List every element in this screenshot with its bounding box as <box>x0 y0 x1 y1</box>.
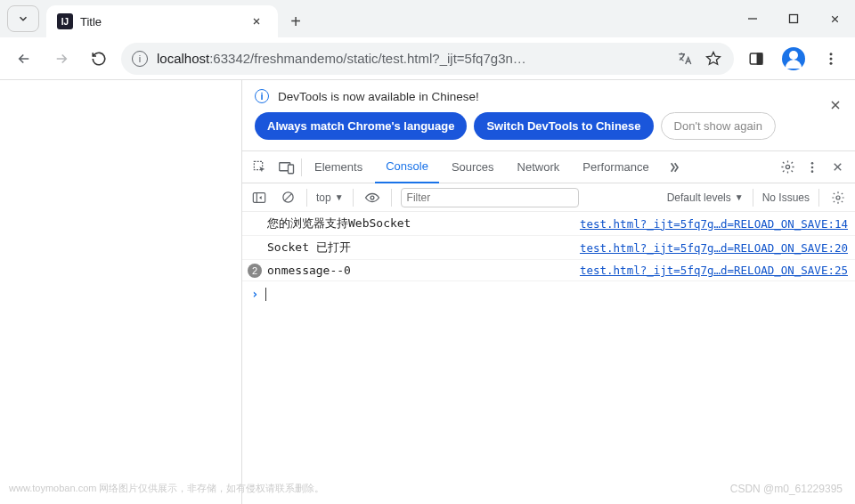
browser-tab[interactable]: IJ Title <box>46 5 278 37</box>
context-selector[interactable]: top ▼ <box>316 191 344 204</box>
window-controls <box>732 0 855 37</box>
translate-icon[interactable] <box>675 44 695 74</box>
banner-message: i DevTools is now available in Chinese! <box>255 89 843 103</box>
live-expression-icon[interactable] <box>362 188 382 207</box>
log-source-link[interactable]: test.html?_ijt=5fq7g…d=RELOAD_ON_SAVE:20 <box>580 241 848 255</box>
console-settings-icon[interactable] <box>828 188 848 207</box>
log-message: Socket 已打开 <box>267 240 580 256</box>
nav-forward-button[interactable] <box>46 44 77 74</box>
favicon-icon: IJ <box>57 13 73 29</box>
issues-label[interactable]: No Issues <box>762 191 810 204</box>
content-area: i DevTools is now available in Chinese! … <box>0 80 855 504</box>
log-message: onmessage--0 <box>267 264 580 277</box>
more-tabs-icon[interactable] <box>662 155 687 180</box>
new-tab-button[interactable]: + <box>285 11 306 32</box>
side-panel-icon[interactable] <box>741 44 771 74</box>
svg-point-9 <box>786 165 789 168</box>
filter-input[interactable] <box>401 188 579 207</box>
window-minimize-button[interactable] <box>732 0 773 37</box>
reload-button[interactable] <box>84 44 114 74</box>
banner-close-button[interactable] <box>828 98 843 112</box>
device-toolbar-icon[interactable] <box>274 155 299 180</box>
devtools-settings-icon[interactable] <box>775 155 800 180</box>
svg-rect-2 <box>758 53 762 64</box>
window-titlebar: IJ Title + <box>0 0 855 37</box>
svg-point-12 <box>811 170 814 173</box>
svg-point-16 <box>836 196 840 199</box>
svg-point-15 <box>370 196 374 199</box>
devtools-language-banner: i DevTools is now available in Chinese! … <box>242 80 855 151</box>
dismiss-banner-button[interactable]: Don't show again <box>661 112 776 140</box>
tab-sources[interactable]: Sources <box>441 151 505 183</box>
watermark-left: www.toymoban.com 网络图片仅供展示，非存储，如有侵权请联系删除。 <box>9 482 324 495</box>
switch-language-button[interactable]: Switch DevTools to Chinese <box>474 112 653 140</box>
page-viewport <box>0 80 242 504</box>
url-text: localhost:63342/freshmandemo/static/test… <box>157 51 666 66</box>
svg-point-4 <box>830 57 833 60</box>
tab-search-button[interactable] <box>7 5 39 32</box>
svg-point-11 <box>811 166 814 168</box>
toggle-sidebar-icon[interactable] <box>249 188 269 207</box>
devtools-close-icon[interactable] <box>825 155 850 180</box>
tab-title: Title <box>80 15 239 28</box>
svg-point-5 <box>830 61 833 64</box>
tab-elements[interactable]: Elements <box>304 151 373 183</box>
inspect-element-icon[interactable] <box>248 155 273 180</box>
console-toolbar: top ▼ Default levels ▼ No Issues <box>242 183 855 212</box>
log-row: 2 onmessage--0 test.html?_ijt=5fq7g…d=RE… <box>242 260 855 281</box>
tab-network[interactable]: Network <box>507 151 571 183</box>
log-message: 您的浏览器支持WebSocket <box>267 215 580 232</box>
nav-back-button[interactable] <box>9 44 39 74</box>
profile-button[interactable] <box>778 44 809 74</box>
repeat-count-badge: 2 <box>248 264 262 278</box>
watermark-right: CSDN @m0_61229395 <box>730 483 843 495</box>
log-row: 您的浏览器支持WebSocket test.html?_ijt=5fq7g…d=… <box>242 212 855 236</box>
devtools-panel: i DevTools is now available in Chinese! … <box>242 80 855 504</box>
tab-performance[interactable]: Performance <box>572 151 659 183</box>
chrome-menu-button[interactable] <box>816 44 846 74</box>
window-maximize-button[interactable] <box>773 0 814 37</box>
svg-point-3 <box>830 53 833 55</box>
bookmark-icon[interactable] <box>704 44 723 74</box>
svg-rect-0 <box>790 15 798 23</box>
site-info-icon[interactable]: i <box>132 51 148 67</box>
svg-point-10 <box>811 162 814 165</box>
devtools-menu-icon[interactable] <box>800 155 825 180</box>
info-icon: i <box>255 89 269 103</box>
log-row: Socket 已打开 test.html?_ijt=5fq7g…d=RELOAD… <box>242 236 855 260</box>
svg-rect-8 <box>289 165 294 174</box>
console-output: 您的浏览器支持WebSocket test.html?_ijt=5fq7g…d=… <box>242 212 855 504</box>
log-levels-selector[interactable]: Default levels ▼ <box>667 191 744 204</box>
clear-console-icon[interactable] <box>278 188 297 207</box>
tab-console[interactable]: Console <box>375 151 439 183</box>
address-bar[interactable]: i localhost:63342/freshmandemo/static/te… <box>121 43 734 75</box>
browser-toolbar: i localhost:63342/freshmandemo/static/te… <box>0 37 855 80</box>
console-prompt[interactable]: › <box>242 281 855 306</box>
prompt-cursor <box>265 288 266 301</box>
prompt-caret-icon: › <box>251 287 258 301</box>
tab-close-button[interactable] <box>246 11 267 32</box>
log-source-link[interactable]: test.html?_ijt=5fq7g…d=RELOAD_ON_SAVE:25 <box>580 264 848 277</box>
devtools-tab-bar: Elements Console Sources Network Perform… <box>242 151 855 183</box>
window-close-button[interactable] <box>814 0 855 37</box>
match-language-button[interactable]: Always match Chrome's language <box>255 112 467 140</box>
log-source-link[interactable]: test.html?_ijt=5fq7g…d=RELOAD_ON_SAVE:14 <box>580 217 848 231</box>
